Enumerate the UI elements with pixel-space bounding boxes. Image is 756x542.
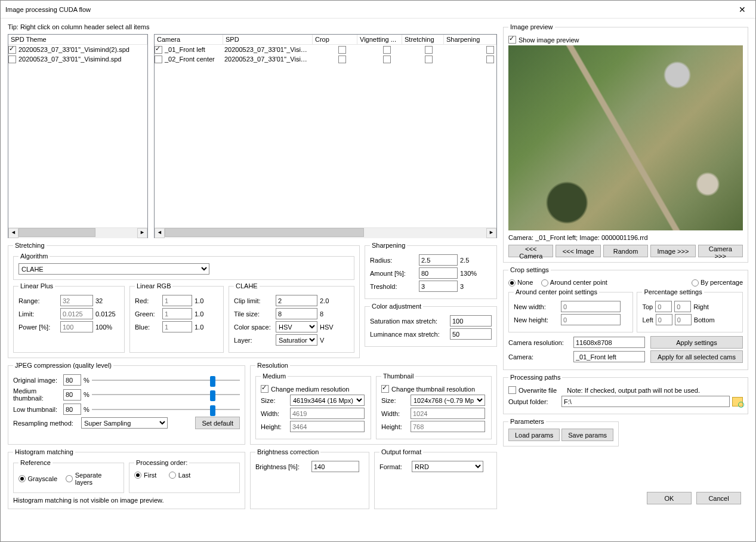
radio-icon[interactable] bbox=[541, 279, 548, 287]
table-row[interactable]: _01_Front left 20200523_07_33'01''_Visim… bbox=[155, 45, 496, 54]
browse-folder-icon[interactable] bbox=[732, 397, 743, 406]
tile-input[interactable] bbox=[276, 308, 317, 319]
power-input[interactable] bbox=[60, 321, 93, 332]
blue-input[interactable] bbox=[162, 321, 192, 332]
threshold-input[interactable] bbox=[419, 281, 458, 292]
camera-resolution-input[interactable] bbox=[573, 337, 645, 348]
radio-icon[interactable] bbox=[692, 279, 699, 287]
medium-size-select[interactable]: 4619x3464 (16 Mpx) bbox=[290, 395, 365, 406]
camera-name-input[interactable] bbox=[573, 351, 645, 362]
checkbox-icon[interactable] bbox=[8, 56, 16, 63]
load-params-button[interactable]: Load params bbox=[508, 429, 560, 441]
set-default-button[interactable]: Set default bbox=[195, 417, 240, 429]
jpeg-med-input[interactable] bbox=[63, 389, 81, 401]
checkbox-icon[interactable] bbox=[155, 56, 162, 63]
next-camera-button[interactable]: Camera >>> bbox=[698, 245, 743, 257]
next-image-button[interactable]: Image >>> bbox=[650, 245, 695, 257]
checkbox-icon[interactable] bbox=[425, 56, 433, 63]
radio-icon[interactable] bbox=[66, 475, 73, 482]
apply-settings-button[interactable]: Apply settings bbox=[650, 336, 743, 349]
layer-select[interactable]: Saturation bbox=[276, 334, 317, 346]
resampling-select[interactable]: Super Sampling bbox=[81, 417, 168, 429]
output-folder-input[interactable] bbox=[561, 396, 730, 407]
colorspace-select[interactable]: HSV bbox=[276, 321, 317, 332]
radio-icon[interactable] bbox=[508, 279, 516, 287]
thumb-width-input[interactable] bbox=[411, 408, 485, 419]
checkbox-icon[interactable] bbox=[486, 56, 494, 63]
radio-icon[interactable] bbox=[169, 472, 176, 479]
crop-top-input[interactable] bbox=[655, 301, 672, 312]
radio-icon[interactable] bbox=[18, 475, 26, 482]
checkbox-icon[interactable] bbox=[508, 386, 516, 394]
dialog-window: Image processing CUDA flow ✕ Tip: Right … bbox=[0, 0, 756, 542]
red-input[interactable] bbox=[162, 295, 192, 306]
new-width-input[interactable] bbox=[561, 301, 621, 312]
thumb-res-group: Thumbnail Change thumbnail resolution Si… bbox=[376, 372, 492, 439]
checkbox-icon[interactable] bbox=[486, 46, 494, 54]
ok-button[interactable]: OK bbox=[647, 492, 692, 504]
algorithm-group: Algorithm CLAHE bbox=[13, 252, 354, 280]
crop-bottom-input[interactable] bbox=[675, 314, 692, 325]
limit-input[interactable] bbox=[60, 308, 93, 319]
jpeg-orig-slider[interactable] bbox=[92, 375, 240, 386]
crop-left-input[interactable] bbox=[656, 314, 672, 325]
jpeg-med-slider[interactable] bbox=[92, 389, 240, 400]
tip-text: Tip: Right click on column header select… bbox=[8, 23, 497, 30]
apply-all-button[interactable]: Apply for all selected cams bbox=[650, 350, 743, 363]
green-input[interactable] bbox=[162, 308, 192, 319]
checkbox-icon[interactable] bbox=[383, 56, 391, 63]
jpeg-low-input[interactable] bbox=[63, 404, 81, 415]
histogram-note: Histogram matching is not visible on ima… bbox=[13, 497, 240, 504]
around-center-group: Around center point settings New width: … bbox=[508, 288, 633, 332]
table-row[interactable]: 20200523_07_33'01''_Visimind(2).spd bbox=[8, 45, 147, 54]
new-height-input[interactable] bbox=[561, 314, 621, 325]
jpeg-orig-input[interactable] bbox=[63, 374, 81, 386]
checkbox-icon[interactable] bbox=[381, 385, 389, 393]
medium-height-input[interactable] bbox=[290, 421, 365, 432]
random-button[interactable]: Random bbox=[603, 245, 648, 257]
crop-right-input[interactable] bbox=[674, 301, 691, 312]
processing-order-group: Processing order: First Last bbox=[129, 459, 240, 493]
amount-input[interactable] bbox=[419, 267, 458, 279]
checkbox-icon[interactable] bbox=[383, 46, 391, 54]
close-icon[interactable]: ✕ bbox=[734, 5, 751, 14]
medium-res-group: Medium Change medium resolution Size:461… bbox=[255, 372, 371, 439]
sharpening-group: Sharpening Radius:2.5 Amount [%]:130% Tr… bbox=[365, 242, 497, 299]
camera-table[interactable]: Camera SPD Crop Vignetting ... Stretchin… bbox=[154, 34, 497, 238]
saturation-input[interactable] bbox=[450, 315, 492, 327]
radio-icon[interactable] bbox=[134, 472, 141, 479]
luminance-input[interactable] bbox=[450, 328, 492, 340]
format-select[interactable]: RRD bbox=[412, 461, 483, 472]
checkbox-icon[interactable] bbox=[508, 36, 516, 44]
checkbox-icon[interactable] bbox=[338, 56, 346, 63]
window-title: Image processing CUDA flow bbox=[5, 6, 734, 13]
parameters-group: Parameters Load params Save params bbox=[503, 418, 619, 446]
thumb-size-select[interactable]: 1024x768 (~0.79 Mp bbox=[411, 395, 485, 406]
checkbox-icon[interactable] bbox=[155, 46, 162, 54]
algorithm-select[interactable]: CLAHE bbox=[18, 263, 209, 275]
medium-width-input[interactable] bbox=[290, 408, 365, 419]
prev-camera-button[interactable]: <<< Camera bbox=[508, 245, 553, 257]
table-row[interactable]: 20200523_07_33'01''_Visimind.spd bbox=[8, 54, 147, 64]
table-row[interactable]: _02_Front center 20200523_07_33'01''_Vis… bbox=[155, 54, 496, 64]
checkbox-icon[interactable] bbox=[261, 385, 269, 393]
save-params-button[interactable]: Save params bbox=[561, 429, 613, 441]
linear-rgb-group: Linear RGB Red:1.0 Green:1.0 Blue:1.0 bbox=[129, 282, 224, 353]
h-scrollbar[interactable]: ◄► bbox=[155, 227, 496, 238]
spd-header[interactable]: SPD Theme bbox=[8, 35, 147, 44]
spd-theme-table[interactable]: SPD Theme 20200523_07_33'01''_Visimind(2… bbox=[8, 34, 148, 238]
clip-input[interactable] bbox=[276, 295, 317, 306]
thumb-height-input[interactable] bbox=[411, 421, 485, 432]
prev-image-button[interactable]: <<< Image bbox=[556, 245, 600, 257]
range-input[interactable] bbox=[60, 295, 93, 306]
cancel-button[interactable]: Cancel bbox=[696, 492, 741, 504]
histogram-group: Histogram matching Reference Grayscale S… bbox=[8, 448, 245, 509]
radius-input[interactable] bbox=[419, 254, 458, 266]
percentage-group: Percentage settings TopRight LeftBottom bbox=[637, 288, 743, 332]
jpeg-low-slider[interactable] bbox=[92, 404, 240, 415]
h-scrollbar[interactable]: ◄► bbox=[8, 227, 147, 238]
checkbox-icon[interactable] bbox=[425, 46, 433, 54]
checkbox-icon[interactable] bbox=[8, 46, 16, 54]
checkbox-icon[interactable] bbox=[338, 46, 346, 54]
brightness-input[interactable] bbox=[311, 461, 359, 472]
